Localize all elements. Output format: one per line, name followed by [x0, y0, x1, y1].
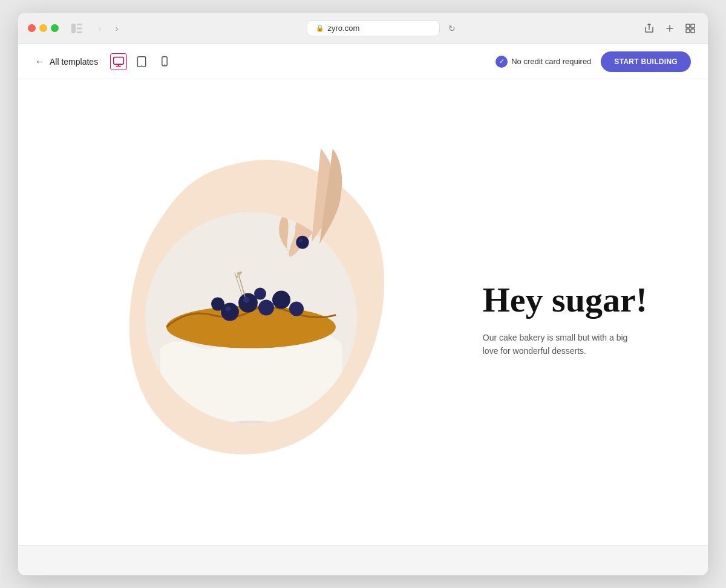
no-credit-card-label: No credit card required [511, 57, 591, 66]
svg-rect-3 [77, 31, 82, 33]
svg-point-21 [258, 300, 274, 316]
new-tab-icon[interactable] [662, 21, 678, 36]
toolbar-right: ✓ No credit card required START BUILDING [495, 51, 691, 72]
url-text: zyro.com [328, 24, 360, 33]
address-bar-container: 🔒 zyro.com ↻ [131, 20, 634, 36]
traffic-light-close[interactable] [28, 24, 36, 32]
svg-rect-5 [691, 24, 695, 28]
app-toolbar: ← All templates [18, 44, 708, 79]
svg-point-25 [254, 288, 266, 300]
windows-icon[interactable] [682, 21, 698, 36]
svg-rect-7 [691, 29, 695, 33]
svg-point-33 [221, 421, 281, 433]
svg-point-37 [299, 239, 302, 243]
back-arrow-icon: ← [35, 56, 45, 67]
svg-point-22 [272, 291, 290, 309]
preview-area: Hey sugar! Our cake bakery is small but … [18, 79, 708, 545]
svg-rect-1 [77, 24, 82, 25]
hero-text: Hey sugar! Our cake bakery is small but … [483, 282, 647, 358]
svg-point-23 [289, 302, 304, 316]
hero-subtext: Our cake bakery is small but with a big … [483, 331, 628, 358]
svg-rect-6 [686, 29, 690, 33]
cake-illustration [139, 149, 393, 463]
back-label: All templates [50, 57, 98, 67]
back-to-templates-link[interactable]: ← All templates [35, 56, 98, 67]
traffic-light-minimize[interactable] [39, 24, 47, 32]
svg-rect-34 [247, 427, 255, 457]
bottom-bar [18, 545, 708, 575]
forward-nav-arrow[interactable]: › [110, 21, 124, 36]
svg-rect-8 [114, 57, 124, 64]
address-bar[interactable]: 🔒 zyro.com [307, 20, 440, 36]
sidebar-toggle-icon[interactable] [68, 20, 85, 37]
svg-rect-0 [71, 24, 76, 33]
svg-rect-2 [77, 27, 82, 29]
share-icon[interactable] [641, 21, 657, 36]
svg-point-12 [164, 64, 165, 65]
svg-point-17 [166, 306, 336, 348]
no-credit-card-badge: ✓ No credit card required [495, 56, 591, 68]
mobile-view-button[interactable] [156, 53, 173, 70]
svg-point-24 [211, 298, 224, 311]
start-building-button[interactable]: START BUILDING [601, 51, 691, 72]
traffic-light-maximize[interactable] [51, 24, 59, 32]
desktop-view-button[interactable] [110, 53, 127, 70]
browser-window: ‹ › 🔒 zyro.com ↻ [18, 13, 708, 575]
svg-point-26 [226, 307, 231, 312]
svg-point-31 [240, 272, 242, 274]
tablet-view-button[interactable] [133, 53, 150, 70]
site-preview: Hey sugar! Our cake bakery is small but … [18, 300, 708, 324]
back-nav-arrow[interactable]: ‹ [93, 21, 107, 36]
hero-heading: Hey sugar! [483, 282, 647, 319]
device-icons [110, 53, 173, 70]
nav-arrows: ‹ › [93, 21, 124, 36]
browser-chrome: ‹ › 🔒 zyro.com ↻ [18, 13, 708, 44]
lock-icon: 🔒 [316, 24, 324, 32]
checkmark-icon: ✓ [495, 56, 508, 68]
svg-point-27 [243, 297, 249, 303]
cake-scene [139, 149, 393, 463]
svg-rect-4 [686, 24, 690, 28]
svg-point-10 [141, 65, 142, 66]
traffic-lights [28, 24, 59, 32]
browser-actions [641, 21, 698, 36]
refresh-button[interactable]: ↻ [445, 21, 459, 36]
